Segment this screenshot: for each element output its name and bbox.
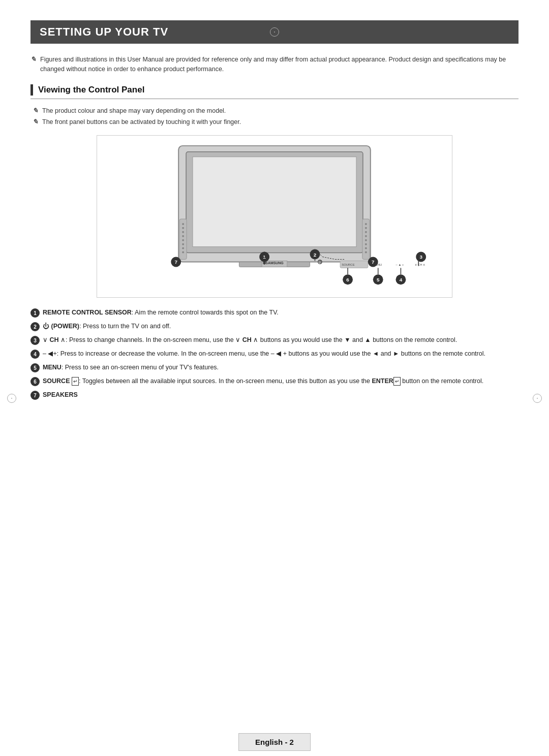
desc-text-2: ⏻ (POWER): Press to turn the TV on and o…	[43, 322, 518, 331]
tv-diagram: SAMSUNG SOURCE MENU – ▲ + ∨ CH ∧ 1 2	[97, 135, 452, 298]
svg-point-33	[182, 227, 184, 229]
note-icon-1: ✎	[33, 107, 38, 114]
svg-text:4: 4	[400, 277, 403, 282]
svg-text:5: 5	[377, 277, 380, 282]
svg-point-36	[182, 239, 184, 241]
section-note-1-text: The product colour and shape may vary de…	[42, 106, 226, 116]
svg-point-32	[182, 223, 184, 225]
heading-bar	[30, 84, 33, 96]
desc-item-2: 2 ⏻ (POWER): Press to turn the TV on and…	[30, 322, 518, 331]
desc-text-5: MENU: Press to see an on-screen menu of …	[43, 363, 518, 372]
svg-text:3: 3	[419, 254, 422, 260]
desc-text-7: SPEAKERS	[43, 390, 518, 400]
desc-text-1: REMOTE CONTROL SENSOR: Aim the remote co…	[43, 308, 518, 318]
svg-point-35	[182, 235, 184, 237]
svg-point-43	[365, 231, 367, 233]
desc-item-3: 3 ∨ CH ∧: Press to change channels. In t…	[30, 335, 518, 345]
svg-point-34	[182, 231, 184, 233]
svg-point-44	[365, 235, 367, 237]
svg-text:7: 7	[372, 259, 375, 265]
svg-text:SOURCE: SOURCE	[342, 263, 354, 266]
svg-point-42	[365, 227, 367, 229]
desc-item-6: 6 SOURCE ↵: Toggles between all the avai…	[30, 376, 518, 386]
section-note-1: ✎ The product colour and shape may vary …	[33, 106, 518, 116]
desc-item-5: 5 MENU: Press to see an on-screen menu o…	[30, 363, 518, 372]
svg-text:⏻: ⏻	[318, 261, 321, 264]
svg-text:6: 6	[346, 277, 349, 282]
svg-point-38	[182, 247, 184, 249]
page: SETTING UP YOUR TV ✎ Figures and illustr…	[0, 20, 549, 756]
section-notes: ✎ The product colour and shape may vary …	[30, 106, 518, 128]
svg-point-47	[365, 247, 367, 249]
desc-num-2: 2	[30, 322, 40, 331]
desc-num-3: 3	[30, 336, 40, 345]
section-note-2-text: The front panel buttons can be activated…	[42, 117, 241, 127]
desc-text-6: SOURCE ↵: Toggles between all the availa…	[43, 376, 518, 386]
svg-point-46	[365, 243, 367, 245]
section-title: Viewing the Control Panel	[38, 85, 144, 95]
section-heading: Viewing the Control Panel	[30, 84, 518, 99]
language-bar: English - 2	[238, 733, 311, 751]
language-label: English - 2	[255, 738, 294, 746]
svg-text:– ▲ +: – ▲ +	[396, 263, 405, 266]
desc-num-1: 1	[30, 308, 40, 318]
desc-num-7: 7	[30, 391, 40, 400]
desc-num-6: 6	[30, 377, 40, 386]
desc-num-4: 4	[30, 350, 40, 359]
note-icon-2: ✎	[33, 118, 38, 125]
top-note: ✎ Figures and illustrations in this User…	[30, 55, 518, 74]
svg-text:7: 7	[174, 259, 177, 265]
desc-item-4: 4 – ◀+: Press to increase or decrease th…	[30, 349, 518, 359]
desc-text-3: ∨ CH ∧: Press to change channels. In the…	[43, 335, 518, 345]
svg-point-41	[365, 223, 367, 225]
reg-mark-top	[270, 27, 279, 37]
desc-text-4: – ◀+: Press to increase or decrease the …	[43, 349, 518, 359]
section-note-2: ✎ The front panel buttons can be activat…	[33, 117, 518, 127]
svg-text:2: 2	[314, 252, 317, 258]
svg-point-45	[365, 239, 367, 241]
svg-text:SAMSUNG: SAMSUNG	[265, 261, 283, 265]
content-area: SETTING UP YOUR TV ✎ Figures and illustr…	[30, 20, 518, 400]
reg-mark-left	[7, 394, 16, 403]
svg-point-39	[182, 251, 184, 254]
svg-point-48	[365, 251, 367, 254]
desc-item-7: 7 SPEAKERS	[30, 390, 518, 400]
svg-point-37	[182, 243, 184, 245]
svg-rect-2	[193, 157, 356, 247]
desc-item-1: 1 REMOTE CONTROL SENSOR: Aim the remote …	[30, 308, 518, 318]
svg-text:∨ CH ∧: ∨ CH ∧	[415, 263, 425, 266]
descriptions-list: 1 REMOTE CONTROL SENSOR: Aim the remote …	[30, 308, 518, 400]
top-note-text: Figures and illustrations in this User M…	[40, 55, 518, 74]
note-icon: ✎	[30, 55, 36, 63]
reg-mark-right	[533, 394, 542, 403]
desc-num-5: 5	[30, 363, 40, 372]
